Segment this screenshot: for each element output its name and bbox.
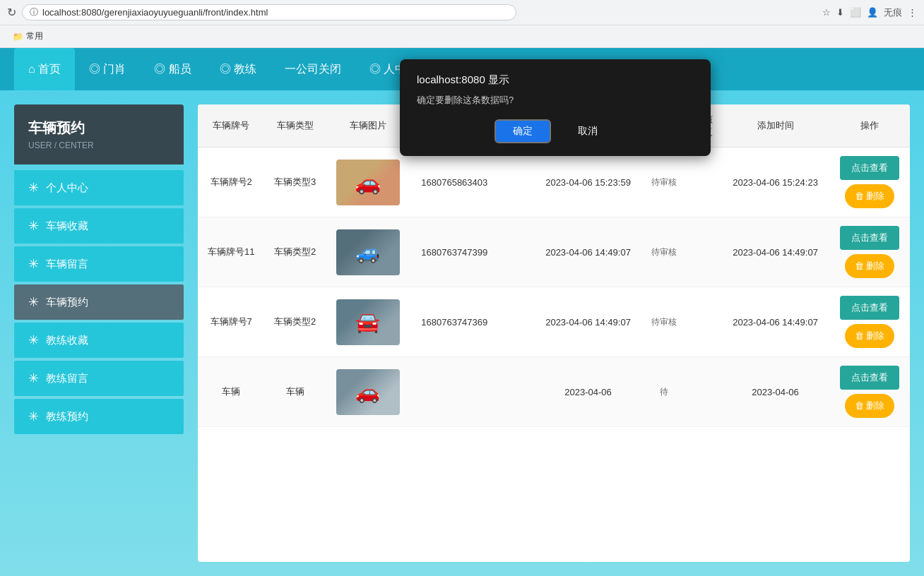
url-bar[interactable]: ⓘ localhost:8080/gerenjiaxiaoyuyueguanli… xyxy=(22,4,516,20)
car-image xyxy=(336,299,400,345)
cell-car-type: 车辆类型2 xyxy=(264,217,326,287)
cell-status: 待审核 xyxy=(642,287,685,357)
delete-button[interactable]: 🗑 删除 xyxy=(845,324,895,348)
bookmark-label: 常用 xyxy=(26,30,43,42)
cell-car-type: 车辆 xyxy=(264,357,326,427)
cell-action: 点击查看 🗑 删除 xyxy=(829,357,910,427)
view-button[interactable]: 点击查看 xyxy=(840,366,899,390)
cell-status: 待审核 xyxy=(642,217,685,287)
bookmarks-bar: 📁 常用 xyxy=(0,25,924,48)
cell-booking-no: 1680765863403 xyxy=(410,148,498,217)
table-row: 车辆牌号11 车辆类型2 1680763747399 2023-04-06 14… xyxy=(198,217,910,287)
nav-label-3: ◎ 船员 xyxy=(154,62,191,77)
cell-action: 点击查看 🗑 删除 xyxy=(829,287,910,357)
cell-status: 待 xyxy=(642,357,685,427)
cell-remark xyxy=(499,357,534,427)
view-button[interactable]: 点击查看 xyxy=(840,156,899,180)
cell-car-type: 车辆类型3 xyxy=(264,148,326,217)
nav-label-4: ◎ 教练 xyxy=(220,62,256,77)
sidebar-title: 车辆预约 xyxy=(28,119,170,138)
delete-button[interactable]: 🗑 删除 xyxy=(845,254,895,278)
sidebar-label-7: 教练预约 xyxy=(46,410,88,424)
cell-car-plate: 车辆牌号11 xyxy=(198,217,264,287)
cell-add-time: 2023-04-06 xyxy=(721,357,830,427)
lock-icon: ⓘ xyxy=(30,6,38,18)
sidebar-header: 车辆预约 USER / CENTER xyxy=(14,104,184,164)
menu-label: 无痕 xyxy=(884,6,902,19)
sidebar-item-coach-booking[interactable]: ✳ 教练预约 xyxy=(14,399,184,434)
cell-remark xyxy=(499,148,534,217)
home-icon: ⌂ xyxy=(28,63,35,76)
car-image xyxy=(336,160,400,205)
delete-button[interactable]: 🗑 删除 xyxy=(845,394,895,418)
cell-review xyxy=(686,287,721,357)
view-button[interactable]: 点击查看 xyxy=(840,296,899,320)
dialog-confirm-button[interactable]: 确定 xyxy=(496,121,550,142)
cell-action: 点击查看 🗑 删除 xyxy=(829,148,910,217)
sidebar-item-car-booking[interactable]: ✳ 车辆预约 xyxy=(14,284,184,320)
sidebar-item-car-message[interactable]: ✳ 车辆留言 xyxy=(14,246,184,282)
folder-icon: 📁 xyxy=(13,32,23,42)
cell-booking-time: 2023-04-06 14:49:07 xyxy=(534,287,643,357)
cell-add-time: 2023-04-06 14:49:07 xyxy=(721,217,830,287)
cell-review xyxy=(686,148,721,217)
nav-item-2[interactable]: ◎ 门肖 xyxy=(75,48,140,90)
sidebar-item-car-collect[interactable]: ✳ 车辆收藏 xyxy=(14,208,184,244)
browser-bar: ↻ ⓘ localhost:8080/gerenjiaxiaoyuyueguan… xyxy=(0,0,924,25)
cell-booking-no: 1680763747399 xyxy=(410,217,498,287)
cell-action: 点击查看 🗑 删除 xyxy=(829,217,910,287)
cell-review xyxy=(686,357,721,427)
nav-label-2: ◎ 门肖 xyxy=(89,62,126,77)
nav-item-4[interactable]: ◎ 教练 xyxy=(206,48,271,90)
content-area: 车辆预约 USER / CENTER ✳ 个人中心 ✳ 车辆收藏 ✳ 车辆留言 … xyxy=(0,90,924,576)
view-button[interactable]: 点击查看 xyxy=(840,226,899,250)
dialog-cancel-button[interactable]: 取消 xyxy=(561,121,615,142)
th-car-plate: 车辆牌号 xyxy=(198,104,264,148)
nav-item-3[interactable]: ◎ 船员 xyxy=(140,48,205,90)
sidebar-item-coach-collect[interactable]: ✳ 教练收藏 xyxy=(14,323,184,358)
cell-car-plate: 车辆牌号2 xyxy=(198,148,264,217)
sidebar-item-personal-center[interactable]: ✳ 个人中心 xyxy=(14,170,184,205)
asterisk-icon-2: ✳ xyxy=(28,218,39,234)
delete-button[interactable]: 🗑 删除 xyxy=(845,184,895,208)
main-content: 车辆牌号 车辆类型 车辆图片 预约编号 备注 预约时间 预约状态 审核回复 添加… xyxy=(198,104,910,562)
browser-bar-right: ☆ ⬇ ⬜ 👤 无痕 ⋮ xyxy=(822,6,917,19)
cell-car-image xyxy=(326,357,410,427)
asterisk-icon-3: ✳ xyxy=(28,256,39,272)
cell-add-time: 2023-04-06 15:24:23 xyxy=(721,148,830,217)
cell-review xyxy=(686,217,721,287)
car-image xyxy=(336,229,400,275)
cell-booking-time: 2023-04-06 15:23:59 xyxy=(534,148,643,217)
car-image xyxy=(336,369,400,415)
cell-car-image xyxy=(326,287,410,357)
confirm-dialog: localhost:8080 显示 确定要删除这条数据吗? 确定 取消 xyxy=(400,59,711,156)
reload-icon[interactable]: ↻ xyxy=(7,6,16,19)
nav-label-5: 一公司关闭 xyxy=(285,62,341,77)
download-icon[interactable]: ⬇ xyxy=(836,7,844,18)
cell-remark xyxy=(499,287,534,357)
sidebar-label-3: 车辆留言 xyxy=(46,258,88,271)
th-action: 操作 xyxy=(829,104,910,148)
th-add-time: 添加时间 xyxy=(721,104,830,148)
table-row: 车辆牌号7 车辆类型2 1680763747369 2023-04-06 14:… xyxy=(198,287,910,357)
sidebar-label-4: 车辆预约 xyxy=(46,296,88,309)
table-row: 车辆牌号2 车辆类型3 1680765863403 2023-04-06 15:… xyxy=(198,148,910,217)
cell-remark xyxy=(499,217,534,287)
cell-add-time: 2023-04-06 14:49:07 xyxy=(721,287,830,357)
cell-car-plate: 车辆牌号7 xyxy=(198,287,264,357)
star-icon[interactable]: ☆ xyxy=(822,7,831,18)
profile-icon[interactable]: 👤 xyxy=(867,7,878,18)
nav-item-5[interactable]: 一公司关闭 xyxy=(271,48,355,90)
cell-status: 待审核 xyxy=(642,148,685,217)
asterisk-icon-5: ✳ xyxy=(28,332,39,348)
tab-icon[interactable]: ⬜ xyxy=(850,7,861,18)
dialog-title: localhost:8080 显示 xyxy=(417,73,694,87)
bookmark-item-common[interactable]: 📁 常用 xyxy=(7,29,49,44)
more-icon[interactable]: ⋮ xyxy=(908,7,917,18)
asterisk-icon-6: ✳ xyxy=(28,371,39,386)
sidebar-label-5: 教练收藏 xyxy=(46,334,88,347)
nav-item-home[interactable]: ⌂ 首页 xyxy=(14,48,75,90)
th-car-image: 车辆图片 xyxy=(326,104,410,148)
cell-booking-no: 1680763747369 xyxy=(410,287,498,357)
sidebar-item-coach-message[interactable]: ✳ 教练留言 xyxy=(14,361,184,396)
